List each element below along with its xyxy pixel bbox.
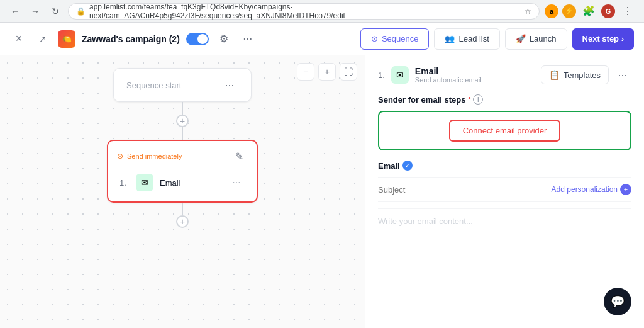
right-panel: 1. ✉ Email Send automatic email 📋 Templa… [365,55,644,328]
extensions-button[interactable]: 🧩 [580,3,597,20]
app-bar-left: × ↗ 🍋 Zawwad's campaign (2) ⚙ ··· [10,30,257,48]
step-more-button[interactable]: ··· [228,174,245,191]
sequence-canvas: − + ⛶ Sequence start ··· + ⊙ Send immedi… [0,55,365,328]
url-bar[interactable]: 🔒 app.lemlist.com/teams/tea_fqK3gFTQd8vi… [68,3,540,20]
email-label-text: Email [378,161,400,171]
menu-button[interactable]: ⋮ [619,3,636,20]
connect-email-provider-button[interactable]: Connect email provider [449,120,561,142]
sequence-nav-button[interactable]: ⊙ Sequence [360,28,430,50]
sequence-start-more-button[interactable]: ··· [221,76,238,94]
step-number: 1. [119,178,130,188]
connect-email-btn-label: Connect email provider [463,126,547,135]
personalization-plus-icon: + [620,184,631,195]
timing-icon: ⊙ [117,152,123,161]
sender-label-text: Sender for email steps [378,95,465,105]
chat-bubble[interactable]: 💬 [604,288,631,315]
app-bar-right: ⊙ Sequence 👥 Lead list 🚀 Launch Next ste… [360,28,634,50]
step-timing-label: Send immediately [127,152,182,160]
step-card-header: ⊙ Send immediately ✎ [117,147,248,165]
sender-info-icon[interactable]: i [473,94,483,105]
lead-list-nav-label: Lead list [458,34,489,43]
sender-section: Sender for email steps * i Connect email… [378,94,631,150]
right-panel-step-info: 1. ✉ Email Send automatic email [378,66,482,84]
step-label: Email [160,178,221,188]
right-panel-email-icon: ✉ [391,66,409,84]
sequence-start-label: Sequence start [126,81,181,90]
sender-label: Sender for email steps * i [378,94,631,105]
step-item: 1. ✉ Email ··· [117,170,248,195]
settings-button[interactable]: ⚙ [215,30,233,48]
close-button[interactable]: × [10,30,28,48]
chat-icon: 💬 [611,295,625,308]
right-panel-actions: 📋 Templates ··· [541,65,631,84]
divider-subject [378,177,631,178]
connector-line-2 [182,127,183,140]
step-email-icon-box: ✉ [136,174,153,191]
templates-label: Templates [564,71,601,80]
extensions-icon: ⚡ [562,4,576,18]
step-subtitle: Send automatic email [415,76,482,84]
next-step-label: Next step › [582,34,624,43]
step-info-text: Email Send automatic email [415,66,482,84]
main-content: − + ⛶ Sequence start ··· + ⊙ Send immedi… [0,55,644,328]
subject-input[interactable] [378,185,552,195]
next-step-button[interactable]: Next step › [572,28,634,50]
launch-nav-icon: 🚀 [516,34,526,43]
step-number-badge: 1. [378,71,385,80]
subject-row: Add personalization + [378,184,631,195]
lead-list-nav-icon: 👥 [445,34,455,43]
amazon-icon: a [545,4,558,18]
step-timing-info: ⊙ Send immediately [117,152,182,161]
campaign-logo: 🍋 [58,30,75,48]
add-step-button-top[interactable]: + [176,115,189,127]
add-step-button-bottom[interactable]: + [176,215,189,228]
lead-list-nav-button[interactable]: 👥 Lead list [434,28,499,50]
templates-icon: 📋 [549,70,560,80]
right-panel-more-button[interactable]: ··· [614,66,631,84]
more-options-button[interactable]: ··· [239,30,257,48]
profile-icon: G [601,4,615,18]
sequence-nav-icon: ⊙ [371,34,378,43]
browser-actions: a ⚡ 🧩 G ⋮ [545,3,636,20]
canvas-controls: − + ⛶ [297,63,357,81]
campaign-name: Zawwad's campaign (2) [82,34,180,44]
right-panel-header: 1. ✉ Email Send automatic email 📋 Templa… [378,65,631,84]
launch-nav-label: Launch [530,34,557,43]
email-content-placeholder: Write your email content... [378,217,473,226]
app-bar: × ↗ 🍋 Zawwad's campaign (2) ⚙ ··· ⊙ Sequ… [0,23,644,55]
forward-button[interactable]: → [28,4,43,19]
email-label: Email ✓ [378,161,631,171]
campaign-toggle[interactable] [186,33,209,45]
expand-button[interactable]: ↗ [34,30,52,48]
email-badge: ✓ [402,161,413,171]
sequence-start-card: Sequence start ··· [113,68,252,102]
fullscreen-button[interactable]: ⛶ [340,63,357,81]
url-text: app.lemlist.com/teams/tea_fqK3gFTQd8vidF… [89,3,521,20]
add-personalization-button[interactable]: Add personalization + [552,184,631,195]
step-edit-button[interactable]: ✎ [230,147,248,165]
templates-button[interactable]: 📋 Templates [541,65,609,84]
zoom-out-button[interactable]: − [297,63,314,81]
connector-line-1 [182,102,183,115]
back-button[interactable]: ← [8,4,23,19]
launch-nav-button[interactable]: 🚀 Launch [505,28,567,50]
step-title: Email [415,66,482,76]
divider-content [378,201,631,202]
connect-email-provider-box: Connect email provider [378,111,631,150]
sequence-nav-label: Sequence [382,34,419,43]
browser-bar: ← → ↻ 🔒 app.lemlist.com/teams/tea_fqK3gF… [0,0,644,23]
zoom-in-button[interactable]: + [318,63,336,81]
step-card: ⊙ Send immediately ✎ 1. ✉ Email ··· [107,140,258,203]
add-personalization-label: Add personalization [552,185,618,194]
connector-line-3 [182,203,183,215]
email-content-area[interactable]: Write your email content... [378,208,631,259]
refresh-button[interactable]: ↻ [48,4,63,19]
sequence-nodes: Sequence start ··· + ⊙ Send immediately … [107,68,258,228]
email-section: Email ✓ Add personalization + Write your… [378,161,631,259]
